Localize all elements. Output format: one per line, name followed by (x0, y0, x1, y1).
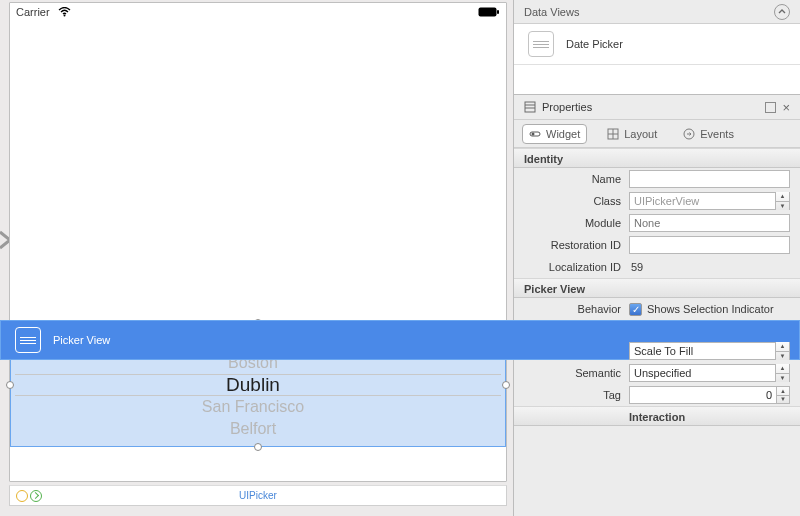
localization-id-value: 59 (629, 261, 643, 273)
restoration-id-input[interactable] (629, 236, 790, 254)
data-view-label: Date Picker (566, 38, 623, 50)
events-icon (683, 128, 695, 140)
carrier-label: Carrier (16, 6, 50, 18)
shows-selection-checkbox[interactable]: ✓ (629, 303, 642, 316)
field-tag: Tag ▲▼ (514, 384, 800, 406)
class-label: Class (514, 195, 629, 207)
tab-label: Widget (546, 128, 580, 140)
close-button[interactable]: × (782, 100, 790, 115)
tab-label: Events (700, 128, 734, 140)
data-view-label: Picker View (53, 334, 110, 346)
restoration-id-label: Restoration ID (514, 239, 629, 251)
class-select[interactable]: UIPickerView ▲▼ (629, 192, 790, 210)
scene-label-bar[interactable]: UIPicker (9, 485, 507, 506)
date-picker-icon (528, 31, 554, 57)
data-views-title: Data Views (524, 6, 579, 18)
field-semantic: Semantic Unspecified ▲▼ (514, 362, 800, 384)
stepper-icon[interactable]: ▲▼ (775, 192, 789, 210)
status-bar: Carrier (10, 3, 506, 21)
field-restoration-id: Restoration ID (514, 234, 800, 256)
semantic-label: Semantic (514, 367, 629, 379)
tag-stepper[interactable]: ▲▼ (777, 386, 790, 404)
module-input[interactable] (629, 214, 790, 232)
selection-indicator-bottom (15, 395, 501, 396)
stepper-icon[interactable]: ▲▼ (775, 342, 789, 360)
field-behavior: Behavior ✓ Shows Selection Indicator (514, 298, 800, 320)
tag-input[interactable] (629, 386, 777, 404)
picker-view-icon (15, 327, 41, 353)
content-mode-select[interactable]: Scale To Fill ▲▼ (629, 342, 790, 360)
detach-button[interactable] (765, 102, 776, 113)
properties-icon (524, 101, 536, 113)
tab-widget[interactable]: Widget (522, 124, 587, 144)
data-views-list: Date Picker Picker View (514, 24, 800, 94)
field-class: Class UIPickerView ▲▼ (514, 190, 800, 212)
data-views-header: Data Views (514, 0, 800, 24)
widget-icon (529, 128, 541, 140)
svg-rect-1 (479, 8, 497, 17)
section-picker-view: Picker View (514, 278, 800, 298)
svg-point-7 (532, 132, 535, 135)
warning-icon[interactable] (16, 490, 28, 502)
behavior-label: Behavior (514, 303, 629, 315)
picker-row-selected[interactable]: Dublin (226, 374, 290, 396)
name-input[interactable] (629, 170, 790, 188)
tab-layout[interactable]: Layout (601, 124, 663, 144)
field-localization-id: Localization ID 59 (514, 256, 800, 278)
inspector-panel: Data Views Date Picker Picker View Prope… (513, 0, 800, 516)
stepper-icon[interactable]: ▲▼ (775, 364, 789, 382)
collapse-button[interactable] (774, 4, 790, 20)
tab-events[interactable]: Events (677, 124, 740, 144)
svg-rect-3 (525, 102, 535, 112)
class-value: UIPickerView (634, 195, 699, 207)
section-interaction: Interaction (514, 406, 800, 426)
selection-indicator-top (15, 374, 501, 375)
svg-rect-2 (497, 10, 499, 14)
scene-title: UIPicker (239, 490, 277, 501)
device-frame[interactable]: Carrier Cambridge Boston Dublin San Fran (9, 2, 507, 482)
properties-header: Properties × (514, 94, 800, 120)
design-canvas[interactable]: Carrier Cambridge Boston Dublin San Fran (0, 0, 513, 516)
section-identity: Identity (514, 148, 800, 168)
entry-point-icon[interactable] (30, 490, 42, 502)
name-label: Name (514, 173, 629, 185)
localization-id-label: Localization ID (514, 261, 629, 273)
field-name: Name (514, 168, 800, 190)
content-mode-value: Scale To Fill (634, 345, 693, 357)
layout-icon (607, 128, 619, 140)
data-views-empty (514, 64, 800, 94)
properties-tabs: Widget Layout Events (514, 120, 800, 148)
shows-selection-label: Shows Selection Indicator (647, 303, 774, 315)
field-module: Module (514, 212, 800, 234)
properties-title: Properties (542, 101, 592, 113)
svg-point-0 (63, 15, 65, 17)
picker-row[interactable]: Belfort (230, 418, 286, 440)
data-view-date-picker[interactable]: Date Picker (514, 24, 800, 64)
module-label: Module (514, 217, 629, 229)
picker-row[interactable]: San Francisco (202, 396, 314, 418)
semantic-value: Unspecified (634, 367, 691, 379)
semantic-select[interactable]: Unspecified ▲▼ (629, 364, 790, 382)
tag-label: Tag (514, 389, 629, 401)
tab-label: Layout (624, 128, 657, 140)
battery-icon (478, 7, 500, 17)
wifi-icon (58, 7, 71, 17)
